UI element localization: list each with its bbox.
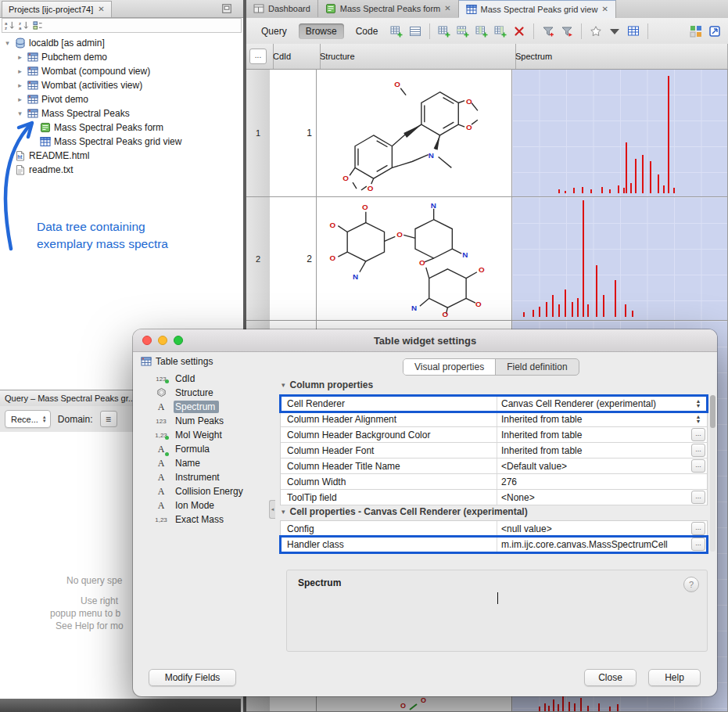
close-icon[interactable]: ✕ xyxy=(601,5,608,13)
ellipsis-button[interactable]: ... xyxy=(691,491,705,504)
field-item-instrument[interactable]: AInstrument xyxy=(139,470,274,484)
expander-down-icon[interactable]: ▾ xyxy=(3,39,12,47)
recent-queries-dropdown[interactable]: Rece... ▲▼ xyxy=(5,410,51,428)
table-list-icon[interactable] xyxy=(408,24,422,38)
property-value[interactable]: Canvas Cell Renderer (experimental) xyxy=(497,396,690,411)
property-value[interactable]: <null value> xyxy=(497,521,690,536)
splitter-handle[interactable]: ◂ xyxy=(269,500,275,519)
tree-item-pubchem-demo[interactable]: ▸Pubchem demo xyxy=(0,50,243,64)
field-preview-panel[interactable]: Spectrum ? xyxy=(286,570,708,652)
widgets-grid-icon[interactable] xyxy=(689,24,703,38)
insert-row-after-icon[interactable] xyxy=(456,24,470,38)
close-traffic-light[interactable] xyxy=(142,336,152,345)
column-header-spectrum[interactable]: Spectrum xyxy=(512,44,728,69)
field-item-name[interactable]: AName xyxy=(139,456,274,470)
scrollbar-thumb[interactable] xyxy=(710,395,715,428)
query-button[interactable]: Query xyxy=(254,23,294,39)
grid-options-button[interactable]: ... xyxy=(249,49,267,64)
tab-visual-properties[interactable]: Visual properties xyxy=(403,359,496,375)
scrollbar[interactable] xyxy=(710,395,715,552)
column-header-cdid[interactable]: CdId xyxy=(270,44,321,69)
tree-item-wombat-activities-view[interactable]: ▸Wombat (activities view) xyxy=(0,78,243,92)
property-value[interactable]: m.im.ijc.core.canvas.MassSpectrumCell xyxy=(497,537,690,552)
dialog-titlebar[interactable]: Table widget settings xyxy=(133,329,717,352)
field-item-mol-weight[interactable]: 1,23Mol Weight xyxy=(139,428,274,442)
field-item-num-peaks[interactable]: 123Num Peaks xyxy=(139,414,274,428)
sort-za-icon[interactable]: za xyxy=(19,20,29,31)
ellipsis-button[interactable]: ... xyxy=(691,428,705,441)
ellipsis-button[interactable]: ... xyxy=(691,522,705,535)
field-item-spectrum[interactable]: ASpectrum xyxy=(139,400,274,414)
tree-item-readme-txt[interactable]: readme.txt xyxy=(0,163,243,177)
field-item-structure[interactable]: Structure xyxy=(139,386,274,400)
property-value[interactable]: Inherited from table xyxy=(497,427,690,442)
structure-cell[interactable]: O O O O O N xyxy=(317,69,512,197)
expander-right-icon[interactable]: ▸ xyxy=(16,95,24,103)
spectrum-cell[interactable] xyxy=(512,69,728,197)
expander-right-icon[interactable]: ▸ xyxy=(16,67,24,75)
expander-right-icon[interactable]: ▸ xyxy=(16,81,24,89)
expander-down-icon[interactable]: ▾ xyxy=(16,110,24,117)
field-item-ion-mode[interactable]: AIon Mode xyxy=(139,498,274,512)
add-column-after-icon[interactable] xyxy=(493,24,507,38)
tree-item-readme-html[interactable]: htREADME.html xyxy=(0,149,243,163)
insert-row-icon[interactable] xyxy=(437,24,451,38)
help-button[interactable]: Help xyxy=(648,669,701,686)
ellipsis-button[interactable]: ... xyxy=(691,444,705,457)
zoom-traffic-light[interactable] xyxy=(174,336,183,345)
add-filter-icon[interactable] xyxy=(541,24,555,38)
sort-type-icon[interactable] xyxy=(33,20,43,31)
close-button[interactable]: Close xyxy=(584,669,637,686)
tab-projects[interactable]: Projects [ijc-project74] ✕ xyxy=(2,1,112,17)
tree-item-mass-spectral-peaks-grid-view[interactable]: Mass Spectral Peaks grid view xyxy=(0,135,243,149)
close-icon[interactable]: ✕ xyxy=(444,5,450,13)
row-header[interactable]: 2 xyxy=(246,197,271,321)
tree-item-wombat-compound-view[interactable]: ▸Wombat (compound view) xyxy=(0,64,243,78)
open-window-icon[interactable] xyxy=(708,24,722,38)
menu-icon[interactable]: ≡ xyxy=(100,411,117,427)
tree-item-mass-spectral-peaks-form[interactable]: Mass Spectral Peaks form xyxy=(0,120,243,135)
ellipsis-button[interactable]: ... xyxy=(691,538,705,551)
section-header-column-properties[interactable]: ▾Column properties xyxy=(282,379,373,390)
field-item-formula[interactable]: AFormula xyxy=(139,442,274,456)
tree-item-pivot-demo[interactable]: ▸Pivot demo xyxy=(0,92,243,106)
tree-item-localdb-as-admin[interactable]: ▾localdb [as admin] xyxy=(0,36,243,50)
property-value[interactable]: Inherited from table xyxy=(497,443,690,458)
caret-down-icon[interactable] xyxy=(608,24,622,38)
favorites-star-icon[interactable] xyxy=(589,24,603,38)
field-item-exact-mass[interactable]: 1,23Exact Mass xyxy=(139,512,274,527)
tab-mass-spectral-peaks-grid-view[interactable]: Mass Spectral Peaks grid view✕ xyxy=(459,0,616,18)
column-header-structure[interactable]: Structure xyxy=(317,44,516,69)
tab-field-definition[interactable]: Field definition xyxy=(496,359,578,375)
expander-right-icon[interactable]: ▸ xyxy=(16,53,24,61)
add-column-icon[interactable] xyxy=(475,24,489,38)
row-header[interactable]: 1 xyxy=(246,69,271,197)
delete-row-icon[interactable] xyxy=(512,24,526,38)
cdid-cell[interactable]: 1 xyxy=(270,69,317,197)
cdid-cell[interactable]: 2 xyxy=(270,197,317,321)
stepper-icon[interactable]: ▲▼ xyxy=(696,415,701,424)
field-item-collision-energy[interactable]: ACollision Energy xyxy=(139,484,274,498)
views-grid-icon[interactable] xyxy=(626,24,640,38)
help-icon[interactable]: ? xyxy=(683,577,699,592)
property-value[interactable]: 276 xyxy=(497,474,690,489)
apply-filter-icon[interactable] xyxy=(560,24,574,38)
structure-cell[interactable]: O O O O O O O O N N N N xyxy=(317,197,512,321)
ellipsis-button[interactable]: ... xyxy=(691,459,705,473)
close-icon[interactable]: ✕ xyxy=(98,5,104,13)
property-value[interactable]: <Default value> xyxy=(497,458,690,473)
code-button[interactable]: Code xyxy=(349,23,386,39)
float-window-icon[interactable] xyxy=(221,3,232,14)
tab-dashboard[interactable]: Dashboard xyxy=(246,0,318,17)
table-add-icon[interactable] xyxy=(389,24,403,38)
stepper-icon[interactable]: ▲▼ xyxy=(696,399,701,408)
modify-fields-button[interactable]: Modify Fields xyxy=(149,669,236,686)
tree-item-mass-spectral-peaks[interactable]: ▾Mass Spectral Peaks xyxy=(0,106,243,120)
sort-az-icon[interactable]: az xyxy=(5,20,15,31)
spectrum-cell[interactable] xyxy=(512,197,728,321)
tab-mass-spectral-peaks-form[interactable]: Mass Spectral Peaks form✕ xyxy=(318,0,459,17)
browse-button[interactable]: Browse xyxy=(299,23,344,39)
minimize-traffic-light[interactable] xyxy=(158,336,167,345)
property-value[interactable]: <None> xyxy=(497,490,690,505)
property-value[interactable]: Inherited from table xyxy=(497,412,690,426)
